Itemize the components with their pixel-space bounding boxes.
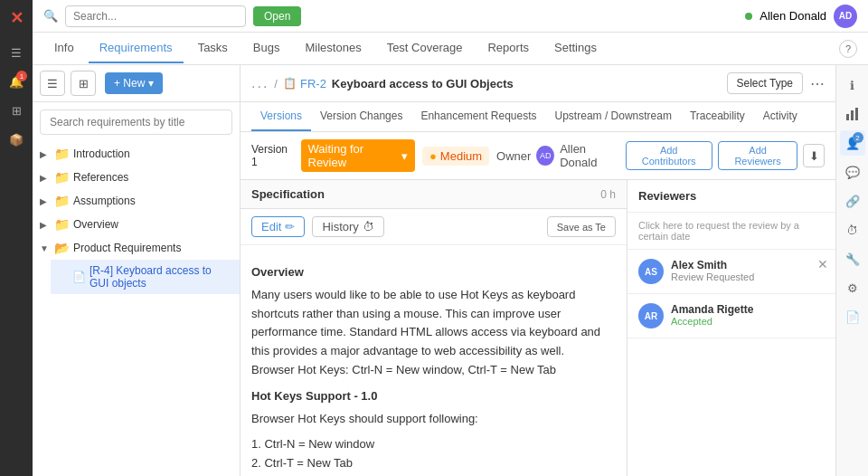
topbar-search-input[interactable] bbox=[65, 5, 246, 27]
version-tag: Version 1 bbox=[251, 143, 294, 168]
left-icon-sidebar: ✕ ☰ 🔔 1 ⊞ 📦 bbox=[0, 0, 33, 476]
tab-settings[interactable]: Settings bbox=[543, 33, 608, 63]
review-hint[interactable]: Click here to request the review by a ce… bbox=[627, 213, 835, 250]
download-icon[interactable]: ⬇ bbox=[803, 144, 825, 167]
add-contributors-button[interactable]: Add Contributors bbox=[626, 141, 712, 170]
spec-content: Overview Many users would like to be abl… bbox=[241, 245, 627, 476]
rs-user-icon[interactable]: 👤 2 bbox=[840, 130, 865, 156]
tab-tasks[interactable]: Tasks bbox=[187, 33, 239, 63]
save-as-template-button[interactable]: Save as Te bbox=[547, 216, 616, 237]
tree-label-introduction: Introduction bbox=[73, 148, 130, 160]
tab-reports[interactable]: Reports bbox=[476, 33, 540, 63]
rs-info-icon[interactable]: ℹ bbox=[840, 72, 865, 98]
more-options-icon[interactable]: ⋯ bbox=[810, 75, 825, 92]
folder-icon-open: 📂 bbox=[54, 241, 70, 255]
spec-toolbar: Edit ✏ History ⏱ Save as Te bbox=[241, 209, 627, 245]
rs-clock-icon[interactable]: ⏱ bbox=[840, 217, 865, 243]
sidebar-nav-grid[interactable]: ⊞ bbox=[4, 98, 29, 123]
version-bar: Version 1 Waiting for Review ▾ ● Medium … bbox=[241, 132, 835, 180]
hot-keys-1-heading: Hot Keys Support - 1.0 bbox=[251, 387, 616, 406]
clock-small-icon: ⏱ bbox=[363, 220, 374, 233]
hot-keys-1-items: 1. Ctrl-N = New window2. Ctrl-T = New Ta… bbox=[251, 435, 616, 476]
main-area: 🔍 Open Allen Donald AD Info Requirements… bbox=[33, 0, 868, 476]
sub-tabs: Versions Version Changes Enhancement Req… bbox=[241, 102, 835, 132]
breadcrumb-sep: / bbox=[274, 77, 278, 90]
tree-item-r4[interactable]: 📄 [R-4] Keyboard access to GUI objects bbox=[51, 260, 240, 294]
stab-versions[interactable]: Versions bbox=[251, 102, 311, 131]
rs-gear-icon[interactable]: ⚙ bbox=[840, 275, 865, 300]
reviewer-info-alex: Alex Smith Review Requested bbox=[671, 259, 754, 282]
rs-link-icon[interactable]: 🔗 bbox=[840, 188, 865, 214]
tree-label-references: References bbox=[73, 171, 128, 184]
help-icon[interactable]: ? bbox=[839, 40, 857, 58]
stab-activity[interactable]: Activity bbox=[754, 102, 807, 131]
svg-rect-1 bbox=[851, 110, 854, 120]
stab-enhancement-requests[interactable]: Enhancement Requests bbox=[411, 102, 545, 131]
tree-label-product-requirements: Product Requirements bbox=[73, 242, 181, 254]
remove-reviewer-alex-icon[interactable]: ✕ bbox=[817, 257, 828, 271]
rs-doc-icon[interactable]: 📄 bbox=[840, 304, 865, 329]
folder-icon: 📁 bbox=[54, 170, 70, 185]
open-button[interactable]: Open bbox=[253, 6, 301, 26]
req-title: Keyboard access to GUI Objects bbox=[332, 77, 514, 90]
reviewer-avatar-amanda: AR bbox=[638, 303, 664, 328]
rs-comment-icon[interactable]: 💬 bbox=[840, 159, 865, 185]
reviewer-status-amanda: Accepted bbox=[671, 316, 753, 327]
main-panel: ... / 📋 FR-2 Keyboard access to GUI Obje… bbox=[241, 65, 835, 476]
content-area: ☰ ⊞ + New ▾ ▶ 📁 Introduction ▶ 📁 Referen… bbox=[33, 65, 868, 476]
two-col-layout: Specification 0 h Edit ✏ History ⏱ Save … bbox=[241, 180, 835, 476]
user-avatar[interactable]: AD bbox=[834, 5, 857, 28]
tab-milestones[interactable]: Milestones bbox=[295, 33, 373, 63]
tree-item-introduction[interactable]: ▶ 📁 Introduction bbox=[33, 142, 240, 166]
tab-info[interactable]: Info bbox=[43, 33, 85, 63]
tree-children-product-requirements: 📄 [R-4] Keyboard access to GUI objects bbox=[33, 260, 240, 294]
breadcrumb-dots[interactable]: ... bbox=[251, 75, 269, 91]
tree-label-r4: [R-4] Keyboard access to GUI objects bbox=[90, 264, 232, 290]
new-button[interactable]: + New ▾ bbox=[105, 72, 163, 94]
history-button[interactable]: History ⏱ bbox=[312, 216, 383, 237]
reviewer-item-alex: AS Alex Smith Review Requested ✕ bbox=[627, 250, 835, 294]
tree-item-overview[interactable]: ▶ 📁 Overview bbox=[33, 213, 240, 236]
reviewer-name-amanda: Amanda Rigette bbox=[671, 303, 753, 316]
owner-avatar: AD bbox=[536, 146, 554, 166]
list-view-icon[interactable]: ☰ bbox=[40, 71, 65, 96]
breadcrumb-bar: ... / 📋 FR-2 Keyboard access to GUI Obje… bbox=[241, 65, 835, 102]
pencil-icon: ✏ bbox=[285, 220, 295, 233]
priority-badge: ● Medium bbox=[422, 147, 489, 166]
breadcrumb-req-id[interactable]: 📋 FR-2 bbox=[283, 77, 326, 90]
stab-version-changes[interactable]: Version Changes bbox=[311, 102, 411, 131]
app-logo[interactable]: ✕ bbox=[5, 7, 27, 29]
add-reviewers-button[interactable]: Add Reviewers bbox=[718, 141, 798, 170]
chevron-down-icon: ▾ bbox=[401, 149, 408, 163]
right-sidebar: ℹ 👤 2 💬 🔗 ⏱ 🔧 ⚙ 📄 bbox=[835, 65, 868, 476]
tree-item-references[interactable]: ▶ 📁 References bbox=[33, 166, 240, 189]
stab-upstream-downstream[interactable]: Upstream / Downstream bbox=[546, 102, 681, 131]
tab-test-coverage[interactable]: Test Coverage bbox=[376, 33, 474, 63]
chevron-right-icon: ▶ bbox=[40, 220, 51, 230]
rs-key-icon[interactable]: 🔧 bbox=[840, 246, 865, 271]
status-badge[interactable]: Waiting for Review ▾ bbox=[301, 139, 415, 172]
tab-bugs[interactable]: Bugs bbox=[242, 33, 291, 63]
edit-button[interactable]: Edit ✏ bbox=[251, 216, 305, 237]
tree-item-product-requirements[interactable]: ▼ 📂 Product Requirements bbox=[33, 236, 240, 260]
tree-item-assumptions[interactable]: ▶ 📁 Assumptions bbox=[33, 189, 240, 213]
sidebar-nav-menu[interactable]: ☰ bbox=[4, 40, 29, 65]
overview-heading: Overview bbox=[251, 263, 616, 282]
stab-traceability[interactable]: Traceability bbox=[681, 102, 754, 131]
spec-hours: 0 h bbox=[600, 188, 616, 201]
reviewer-info-amanda: Amanda Rigette Accepted bbox=[671, 303, 753, 327]
sidebar-nav-bell[interactable]: 🔔 1 bbox=[4, 69, 29, 94]
tab-requirements[interactable]: Requirements bbox=[89, 33, 184, 63]
rs-chart-icon[interactable] bbox=[840, 101, 865, 127]
select-type-button[interactable]: Select Type bbox=[727, 72, 803, 94]
sidebar-nav-box[interactable]: 📦 bbox=[4, 127, 29, 152]
reviewer-item-amanda: AR Amanda Rigette Accepted bbox=[627, 294, 835, 338]
grid-view-icon[interactable]: ⊞ bbox=[71, 71, 96, 96]
user-name: Allen Donald bbox=[760, 9, 826, 23]
req-icon: 📋 bbox=[283, 77, 297, 90]
search-requirements-input[interactable] bbox=[40, 109, 232, 135]
tree-label-assumptions: Assumptions bbox=[73, 195, 136, 207]
chevron-right-icon: ▶ bbox=[40, 149, 51, 159]
reviewer-status-alex: Review Requested bbox=[671, 271, 754, 282]
left-panel: ☰ ⊞ + New ▾ ▶ 📁 Introduction ▶ 📁 Referen… bbox=[33, 65, 241, 476]
